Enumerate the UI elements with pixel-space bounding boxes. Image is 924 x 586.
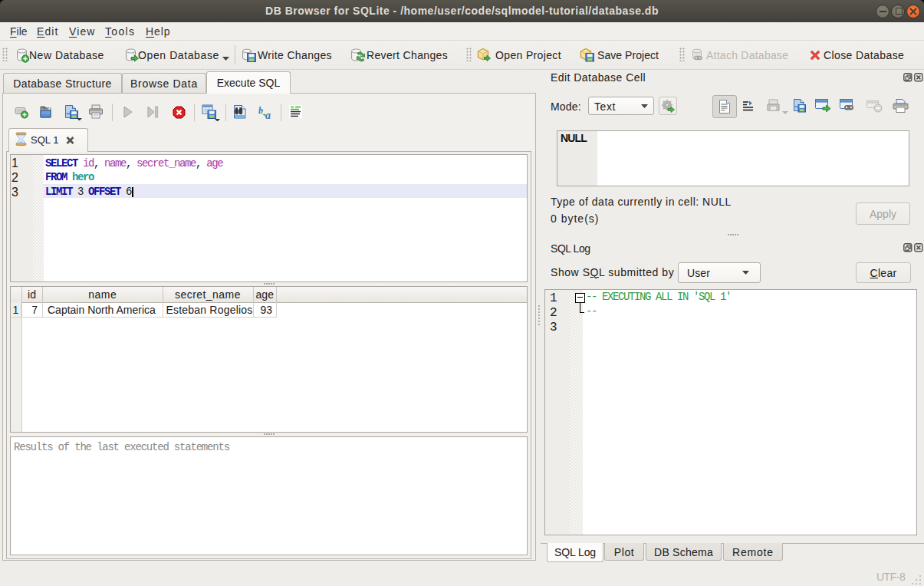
svg-text:b: b — [258, 105, 263, 116]
svg-text:a: a — [265, 110, 271, 120]
